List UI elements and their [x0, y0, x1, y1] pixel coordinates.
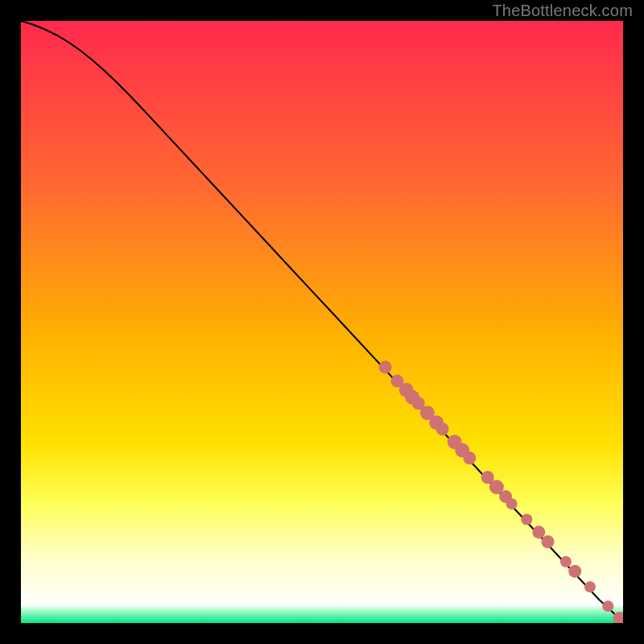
- data-point: [542, 535, 555, 548]
- data-point: [602, 601, 613, 612]
- data-point: [506, 498, 518, 510]
- data-point: [521, 514, 532, 525]
- data-point: [379, 361, 392, 374]
- data-point: [568, 565, 581, 578]
- data-point: [584, 581, 596, 592]
- chart-frame: TheBottleneck.com: [0, 0, 644, 644]
- data-point: [463, 452, 476, 464]
- attribution-text: TheBottleneck.com: [492, 2, 633, 20]
- heatmap-plot: [21, 21, 623, 623]
- data-point: [532, 526, 545, 539]
- data-point: [436, 423, 449, 436]
- data-point: [560, 556, 572, 568]
